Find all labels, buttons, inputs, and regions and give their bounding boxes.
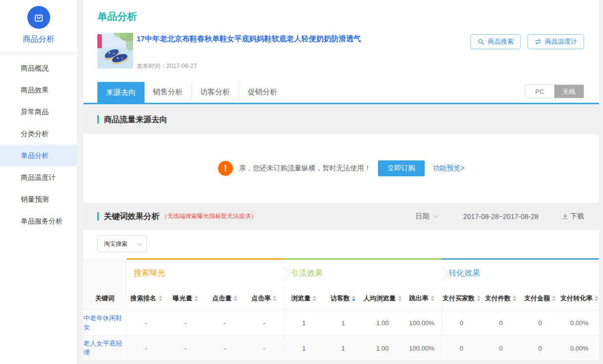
tab-visitor-analysis[interactable]: 访客分析	[192, 82, 239, 102]
flow-section-header: 商品流量来源去向	[83, 104, 599, 134]
sort-icon	[273, 295, 277, 301]
table-cell: -	[205, 336, 244, 361]
toggle-wireless[interactable]: 无线	[554, 85, 584, 98]
date-dropdown[interactable]: 日期	[416, 212, 437, 221]
product-thermometer-button[interactable]: 商品温度计	[528, 34, 584, 49]
page-header: 单品分析 17中年老北京布鞋春秋单鞋女平底妈妈鞋软底老人轻便奶奶防滑透气 发布时…	[83, 0, 599, 79]
keyword-section-title: 关键词效果分析	[97, 212, 159, 220]
table-group-header-row: 搜索曝光 引流效果 转化效果	[83, 258, 599, 287]
download-icon	[562, 213, 568, 219]
keyword-table: 搜索曝光 引流效果 转化效果 关键词 搜索排名 曝光量 点击量 点	[83, 258, 599, 361]
sort-icon	[595, 295, 599, 301]
page-title: 单品分析	[97, 10, 137, 23]
column-header-bounce-rate[interactable]: 跳出率	[402, 287, 442, 310]
sidebar: 商品分析 商品概况 商品效果 异常商品 分类分析 单品分析 商品温度计 销量预测…	[0, 0, 77, 364]
column-header-clicks[interactable]: 点击量	[205, 287, 244, 310]
keyword-section-note: （无线端搜索曝光指标暂无法提供）	[161, 212, 257, 220]
keyword-section-header: 关键词效果分析 （无线端搜索曝光指标暂无法提供） 日期 2017-08-28~2…	[83, 203, 599, 230]
keyword-link[interactable]: 老人女平底轻便	[83, 336, 127, 361]
sidebar-item-single-product-analysis[interactable]: 单品分析	[0, 145, 77, 166]
keyword-link[interactable]: 中老年休闲鞋女	[83, 310, 127, 335]
warning-text: 亲，您还未订购流量纵横，暂时无法使用！	[239, 164, 371, 173]
flow-section-title: 商品流量来源去向	[97, 115, 167, 124]
table-cell: 0.00%	[560, 310, 599, 335]
column-header-payment-amount[interactable]: 支付金额	[521, 287, 560, 310]
group-traffic-effect: 引流效果	[284, 258, 442, 287]
chevron-down-icon	[137, 241, 142, 246]
main-content: 单品分析 17中年老北京布鞋春秋单鞋女平底妈妈鞋软底老人轻便奶奶防滑透气 发布时…	[83, 0, 599, 364]
table-cell: -	[244, 310, 284, 335]
group-conversion-effect: 转化效果	[442, 258, 599, 287]
sort-icon	[398, 295, 402, 301]
sort-icon	[513, 295, 517, 301]
product-title-link[interactable]: 17中年老北京布鞋春秋单鞋女平底妈妈鞋软底老人轻便奶奶防滑透气	[137, 34, 445, 44]
table-column-header-row: 关键词 搜索排名 曝光量 点击量 点击率 浏览量 访客数 人均浏览量	[83, 287, 599, 310]
column-header-paying-buyers[interactable]: 支付买家数	[442, 287, 481, 310]
filter-area: 淘宝搜索	[83, 230, 599, 258]
product-search-button[interactable]: 商品搜索	[470, 34, 521, 49]
date-range-value: 2017-08-28~2017-08-28	[463, 213, 538, 220]
header-buttons: 商品搜索 商品温度计	[470, 34, 584, 49]
table-cell: 100.00%	[402, 310, 442, 335]
table-cell: -	[166, 310, 205, 335]
column-header-visitors[interactable]: 访客数	[323, 287, 363, 310]
sidebar-header: 商品分析	[0, 0, 77, 53]
table-cell: -	[127, 310, 166, 335]
column-header-ctr[interactable]: 点击率	[244, 287, 284, 310]
sidebar-item-product-thermometer[interactable]: 商品温度计	[0, 166, 77, 188]
column-header-keyword: 关键词	[83, 287, 127, 310]
table-cell: 1	[284, 336, 323, 361]
column-header-exposure[interactable]: 曝光量	[166, 287, 205, 310]
table-cell: 0	[442, 336, 481, 361]
column-header-search-rank[interactable]: 搜索排名	[127, 287, 166, 310]
sidebar-item-abnormal-products[interactable]: 异常商品	[0, 101, 77, 123]
column-header-paid-items[interactable]: 支付件数	[481, 287, 521, 310]
sidebar-item-product-effect[interactable]: 商品效果	[0, 79, 77, 101]
table-cell: 0	[481, 336, 521, 361]
column-header-avg-pageviews[interactable]: 人均浏览量	[363, 287, 402, 310]
sort-icon-active-desc	[352, 295, 356, 301]
feature-preview-link[interactable]: 功能预览>	[433, 164, 464, 173]
group-search-exposure: 搜索曝光	[127, 258, 284, 287]
publish-time: 发布时间：2017-06-27	[137, 62, 197, 71]
tab-promotion-analysis[interactable]: 促销分析	[239, 82, 286, 102]
table-cell: 0	[521, 336, 560, 361]
sidebar-item-sales-forecast[interactable]: 销量预测	[0, 188, 77, 210]
sort-icon	[477, 295, 481, 301]
table-cell: 0	[481, 310, 521, 335]
tab-source-destination[interactable]: 来源去向	[97, 82, 145, 103]
table-cell: -	[166, 336, 205, 361]
analysis-tabs: 来源去向 销售分析 访客分析 促销分析	[97, 82, 286, 103]
chevron-down-icon	[433, 213, 438, 218]
sidebar-title: 商品分析	[0, 34, 77, 45]
column-header-conversion-rate[interactable]: 支付转化率	[560, 287, 599, 310]
table-cell: -	[205, 310, 244, 335]
table-cell: 100.00%	[402, 336, 442, 361]
tab-sales-analysis[interactable]: 销售分析	[145, 82, 192, 102]
sidebar-item-single-product-service[interactable]: 单品服务分析	[0, 210, 77, 232]
table-cell: -	[244, 336, 284, 361]
keyword-section-controls: 日期 2017-08-28~2017-08-28 下载	[416, 212, 584, 221]
exclamation-icon: !	[218, 161, 233, 176]
shopping-bag-icon	[27, 6, 50, 29]
search-icon	[477, 38, 485, 46]
order-now-button[interactable]: 立即订购	[378, 160, 425, 176]
toggle-pc[interactable]: PC	[525, 85, 554, 98]
sort-icon	[552, 295, 556, 301]
table-cell: 0.00%	[560, 336, 599, 361]
search-source-select[interactable]: 淘宝搜索	[97, 235, 147, 252]
sort-icon	[158, 295, 162, 301]
download-link[interactable]: 下载	[562, 212, 584, 221]
table-cell: 1	[323, 310, 363, 335]
column-header-pageviews[interactable]: 浏览量	[284, 287, 323, 310]
table-row: 中老年休闲鞋女 - - - - 1 1 1.00 100.00% 0 0 0 0…	[83, 310, 599, 336]
sidebar-item-category-analysis[interactable]: 分类分析	[0, 123, 77, 145]
keyword-group-spacer	[83, 258, 127, 287]
table-row: 老人女平底轻便 - - - - 1 1 1.00 100.00% 0 0 0 0…	[83, 336, 599, 361]
product-thumbnail[interactable]	[97, 33, 133, 69]
tabs-bar: 来源去向 销售分析 访客分析 促销分析 PC 无线	[83, 79, 599, 104]
sort-icon	[233, 295, 237, 301]
sidebar-item-product-overview[interactable]: 商品概况	[0, 57, 77, 79]
flow-section-body: ! 亲，您还未订购流量纵横，暂时无法使用！ 立即订购 功能预览>	[83, 134, 599, 203]
device-toggle: PC 无线	[525, 84, 584, 98]
